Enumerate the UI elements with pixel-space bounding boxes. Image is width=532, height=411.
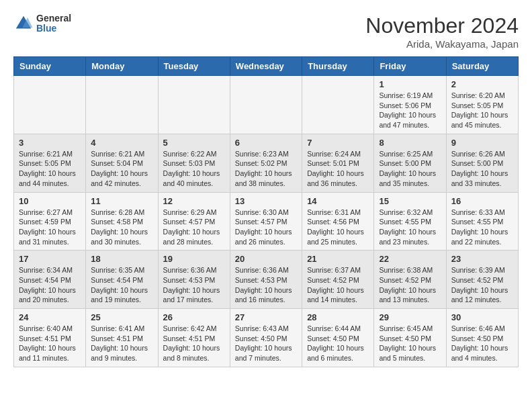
day-number: 28 [307,312,369,322]
calendar-cell: 13Sunrise: 6:30 AM Sunset: 4:57 PM Dayli… [230,192,302,250]
day-number: 4 [91,138,152,148]
main-title: November 2024 [365,13,519,38]
day-number: 22 [379,254,441,264]
day-number: 24 [19,312,81,322]
calendar-cell: 11Sunrise: 6:28 AM Sunset: 4:58 PM Dayli… [86,192,158,250]
day-number: 10 [19,196,81,206]
calendar-cell: 6Sunrise: 6:23 AM Sunset: 5:02 PM Daylig… [230,134,302,192]
day-info: Sunrise: 6:39 AM Sunset: 4:52 PM Dayligh… [451,265,513,305]
day-info: Sunrise: 6:21 AM Sunset: 5:05 PM Dayligh… [19,149,81,189]
calendar-cell [14,76,86,134]
calendar-week-4: 17Sunrise: 6:34 AM Sunset: 4:54 PM Dayli… [14,250,519,309]
logo-blue: Blue [36,24,71,34]
page-header: General Blue November 2024 Arida, Wakaya… [13,13,519,50]
calendar-cell: 26Sunrise: 6:42 AM Sunset: 4:51 PM Dayli… [158,309,230,367]
day-info: Sunrise: 6:41 AM Sunset: 4:51 PM Dayligh… [91,324,152,363]
day-info: Sunrise: 6:19 AM Sunset: 5:06 PM Dayligh… [379,91,441,130]
calendar-cell: 10Sunrise: 6:27 AM Sunset: 4:59 PM Dayli… [14,192,86,250]
calendar-cell: 1Sunrise: 6:19 AM Sunset: 5:06 PM Daylig… [374,76,446,134]
header-cell-saturday: Saturday [446,57,518,76]
day-info: Sunrise: 6:40 AM Sunset: 4:51 PM Dayligh… [19,324,81,363]
day-info: Sunrise: 6:23 AM Sunset: 5:02 PM Dayligh… [235,149,297,189]
header-cell-sunday: Sunday [14,57,86,76]
day-number: 13 [235,196,297,206]
calendar-cell: 4Sunrise: 6:21 AM Sunset: 5:04 PM Daylig… [86,134,158,192]
calendar-cell: 30Sunrise: 6:46 AM Sunset: 4:50 PM Dayli… [446,309,518,367]
day-info: Sunrise: 6:43 AM Sunset: 4:50 PM Dayligh… [235,324,297,363]
day-number: 9 [451,138,513,148]
day-info: Sunrise: 6:32 AM Sunset: 4:55 PM Dayligh… [379,208,441,247]
logo-icon [13,13,34,34]
calendar-week-2: 3Sunrise: 6:21 AM Sunset: 5:05 PM Daylig… [14,134,519,192]
day-info: Sunrise: 6:26 AM Sunset: 5:00 PM Dayligh… [451,149,513,189]
calendar-cell: 29Sunrise: 6:45 AM Sunset: 4:50 PM Dayli… [374,309,446,367]
calendar-cell: 18Sunrise: 6:35 AM Sunset: 4:54 PM Dayli… [86,250,158,309]
subtitle: Arida, Wakayama, Japan [365,38,519,50]
logo: General Blue [13,13,71,34]
calendar-cell: 9Sunrise: 6:26 AM Sunset: 5:00 PM Daylig… [446,134,518,192]
day-number: 17 [19,254,81,264]
calendar-cell: 5Sunrise: 6:22 AM Sunset: 5:03 PM Daylig… [158,134,230,192]
day-number: 15 [379,196,441,206]
day-info: Sunrise: 6:31 AM Sunset: 4:56 PM Dayligh… [307,208,369,247]
calendar-cell: 27Sunrise: 6:43 AM Sunset: 4:50 PM Dayli… [230,309,302,367]
day-number: 19 [163,254,225,264]
calendar-table: SundayMondayTuesdayWednesdayThursdayFrid… [13,56,519,367]
day-info: Sunrise: 6:22 AM Sunset: 5:03 PM Dayligh… [163,149,225,189]
header-cell-friday: Friday [374,57,446,76]
day-info: Sunrise: 6:35 AM Sunset: 4:54 PM Dayligh… [91,265,152,305]
day-info: Sunrise: 6:46 AM Sunset: 4:50 PM Dayligh… [451,324,513,363]
calendar-week-3: 10Sunrise: 6:27 AM Sunset: 4:59 PM Dayli… [14,192,519,250]
day-info: Sunrise: 6:45 AM Sunset: 4:50 PM Dayligh… [379,324,441,363]
day-info: Sunrise: 6:20 AM Sunset: 5:05 PM Dayligh… [451,91,513,130]
day-info: Sunrise: 6:37 AM Sunset: 4:52 PM Dayligh… [307,265,369,305]
header-cell-thursday: Thursday [302,57,374,76]
day-number: 16 [451,196,513,206]
calendar-cell: 25Sunrise: 6:41 AM Sunset: 4:51 PM Dayli… [86,309,158,367]
day-info: Sunrise: 6:24 AM Sunset: 5:01 PM Dayligh… [307,149,369,189]
title-block: November 2024 Arida, Wakayama, Japan [365,13,519,50]
day-number: 25 [91,312,152,322]
day-info: Sunrise: 6:42 AM Sunset: 4:51 PM Dayligh… [163,324,225,363]
header-cell-wednesday: Wednesday [230,57,302,76]
calendar-cell: 8Sunrise: 6:25 AM Sunset: 5:00 PM Daylig… [374,134,446,192]
day-info: Sunrise: 6:28 AM Sunset: 4:58 PM Dayligh… [91,208,152,247]
logo-text: General Blue [36,13,71,34]
day-number: 14 [307,196,369,206]
day-number: 7 [307,138,369,148]
calendar-cell [86,76,158,134]
day-info: Sunrise: 6:33 AM Sunset: 4:55 PM Dayligh… [451,208,513,247]
day-number: 8 [379,138,441,148]
day-info: Sunrise: 6:36 AM Sunset: 4:53 PM Dayligh… [163,265,225,305]
calendar-week-1: 1Sunrise: 6:19 AM Sunset: 5:06 PM Daylig… [14,76,519,134]
day-number: 18 [91,254,152,264]
day-info: Sunrise: 6:27 AM Sunset: 4:59 PM Dayligh… [19,208,81,247]
calendar-cell: 23Sunrise: 6:39 AM Sunset: 4:52 PM Dayli… [446,250,518,309]
day-number: 21 [307,254,369,264]
calendar-header: SundayMondayTuesdayWednesdayThursdayFrid… [14,57,519,76]
day-info: Sunrise: 6:44 AM Sunset: 4:50 PM Dayligh… [307,324,369,363]
calendar-cell [302,76,374,134]
calendar-cell: 22Sunrise: 6:38 AM Sunset: 4:52 PM Dayli… [374,250,446,309]
day-number: 20 [235,254,297,264]
calendar-cell [158,76,230,134]
logo-general: General [36,13,71,24]
header-cell-monday: Monday [86,57,158,76]
calendar-cell: 7Sunrise: 6:24 AM Sunset: 5:01 PM Daylig… [302,134,374,192]
calendar-cell: 19Sunrise: 6:36 AM Sunset: 4:53 PM Dayli… [158,250,230,309]
day-info: Sunrise: 6:25 AM Sunset: 5:00 PM Dayligh… [379,149,441,189]
day-number: 26 [163,312,225,322]
day-info: Sunrise: 6:30 AM Sunset: 4:57 PM Dayligh… [235,208,297,247]
calendar-week-5: 24Sunrise: 6:40 AM Sunset: 4:51 PM Dayli… [14,309,519,367]
header-row: SundayMondayTuesdayWednesdayThursdayFrid… [14,57,519,76]
calendar-cell: 12Sunrise: 6:29 AM Sunset: 4:57 PM Dayli… [158,192,230,250]
day-number: 2 [451,79,513,89]
calendar-body: 1Sunrise: 6:19 AM Sunset: 5:06 PM Daylig… [14,76,519,367]
day-number: 12 [163,196,225,206]
day-info: Sunrise: 6:38 AM Sunset: 4:52 PM Dayligh… [379,265,441,305]
calendar-cell: 17Sunrise: 6:34 AM Sunset: 4:54 PM Dayli… [14,250,86,309]
calendar-cell: 14Sunrise: 6:31 AM Sunset: 4:56 PM Dayli… [302,192,374,250]
day-info: Sunrise: 6:21 AM Sunset: 5:04 PM Dayligh… [91,149,152,189]
calendar-cell: 24Sunrise: 6:40 AM Sunset: 4:51 PM Dayli… [14,309,86,367]
calendar-cell: 20Sunrise: 6:36 AM Sunset: 4:53 PM Dayli… [230,250,302,309]
